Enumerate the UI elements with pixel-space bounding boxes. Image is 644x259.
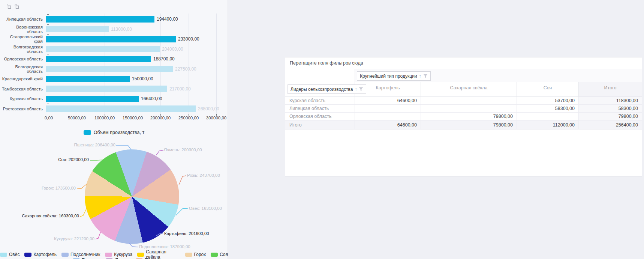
bar-category-label: Липецкая область — [0, 17, 46, 21]
legend-swatch — [0, 253, 7, 257]
pivot-cell — [421, 105, 517, 112]
bar-row[interactable]: Ростовская область 268000,00 — [0, 104, 228, 114]
dashboard: { "colors": { "page_bg": "#eff0f5", "pan… — [0, 0, 644, 259]
multi-select-icon[interactable] — [6, 4, 12, 10]
sort-ascending-icon: ↑ — [355, 87, 357, 92]
bar[interactable] — [46, 66, 173, 72]
filter-fields-drop-area[interactable]: Перетащите поля фильтров сюда — [285, 57, 642, 69]
bar-series: Липецкая область 194400,00 Воронежская о… — [0, 14, 228, 114]
legend-item: Подсолнечник — [61, 252, 100, 257]
legend-swatch — [24, 253, 31, 257]
legend-label: Пшеница — [82, 257, 101, 259]
bar-value-label: 233000,00 — [178, 36, 199, 42]
bar-row[interactable]: Волгоградская область 204000,00 — [0, 44, 228, 54]
bar-row[interactable]: Ставропольский край 233000,00 — [0, 34, 228, 44]
legend-swatch — [137, 253, 144, 257]
pie-label: Кукуруза: 221200,00 — [54, 236, 94, 241]
item-caption-toolbar — [6, 4, 20, 10]
pivot-cell: 112000,00 — [517, 120, 579, 129]
row-header[interactable]: Орловская область — [285, 113, 355, 120]
x-tick-label: 250000,00 — [178, 116, 199, 120]
row-field-chip[interactable]: Лидеры сельхозпроизводства ↑ — [288, 84, 366, 94]
bar-category-label: Курская область — [0, 96, 46, 101]
bar[interactable] — [46, 86, 167, 92]
bar[interactable] — [46, 76, 130, 82]
filter-funnel-icon[interactable] — [359, 87, 363, 91]
pivot-cell: 79800,00 — [579, 113, 642, 120]
bar-row[interactable]: Липецкая область 194400,00 — [0, 14, 228, 24]
legend-label: Овёс — [9, 252, 19, 257]
legend-label: Соя — [220, 252, 228, 257]
bar[interactable] — [46, 46, 160, 52]
pie-legend-row-2: Пшеница Ячмень Рожь — [0, 257, 228, 259]
pivot-row: Орловская область 79800,00 79800,00 — [285, 113, 642, 120]
clear-selection-icon[interactable] — [14, 4, 20, 10]
pie-label: Рожь: 243700,00 — [187, 173, 220, 178]
x-tick-label: 50000,00 — [68, 116, 86, 120]
bar-row[interactable]: Краснодарский край 150000,00 — [0, 74, 228, 84]
pie-chart[interactable] — [85, 149, 179, 244]
row-header[interactable]: Курская область — [285, 97, 355, 104]
pivot-cell — [517, 113, 579, 120]
legend-swatch — [105, 253, 112, 257]
legend-item: Кукуруза — [105, 252, 132, 257]
bar[interactable] — [46, 56, 151, 62]
legend-item: Пшеница — [73, 257, 101, 259]
row-field-label: Лидеры сельхозпроизводства — [291, 87, 353, 92]
bar-row[interactable]: Орловская область 188700,00 — [0, 54, 228, 64]
legend-swatch — [211, 253, 218, 257]
column-header[interactable]: Итого — [579, 82, 642, 96]
column-header[interactable]: Сахарная свёкла — [421, 82, 517, 96]
bar[interactable] — [46, 26, 109, 32]
charts-panel: Липецкая область 194400,00 Воронежская о… — [0, 0, 228, 259]
bar-row[interactable]: Курская область 166400,00 — [0, 94, 228, 104]
bar-chart-legend: Объем производства, т — [0, 130, 228, 135]
pivot-cell: 64600,00 — [355, 120, 421, 129]
bar[interactable] — [46, 96, 139, 102]
legend-item: Соя — [211, 252, 228, 257]
bar-category-label: Ставропольский край — [0, 35, 46, 44]
bar-value-label: 188700,00 — [153, 56, 175, 62]
row-header: Итого — [285, 120, 355, 129]
x-tick-label: 0,00 — [45, 116, 53, 120]
legend-item: Ячмень — [106, 257, 131, 259]
legend-swatch — [61, 253, 69, 257]
pie-label: Подсолнечник: 187900,00 — [139, 244, 190, 249]
bar[interactable] — [46, 105, 196, 112]
bar-value-label: 166400,00 — [141, 96, 162, 101]
x-tick-label: 200000,00 — [150, 116, 171, 120]
bar-category-label: Краснодарский край — [0, 77, 46, 81]
x-tick-label: 150000,00 — [123, 116, 143, 120]
pivot-cell: 256400,00 — [579, 120, 642, 129]
bar-value-label: 227500,00 — [175, 66, 196, 72]
legend-label: Ячмень — [115, 257, 131, 259]
bar-category-label: Ростовская область — [0, 107, 46, 111]
pie-label: Овёс: 163100,00 — [189, 206, 222, 211]
legend-label: Кукуруза — [114, 252, 132, 257]
legend-label: Подсолнечник — [70, 252, 100, 257]
column-header[interactable]: Соя — [517, 82, 579, 96]
pivot-cell: 79800,00 — [421, 120, 517, 129]
column-headers-row: Картофель Сахарная свёкла Соя Итого — [355, 82, 642, 96]
bar-row[interactable]: Белгородская область 227500,00 — [0, 64, 228, 74]
bar-category-label: Тамбовская область — [0, 87, 46, 91]
bar-row[interactable]: Тамбовская область 217000,00 — [0, 84, 228, 94]
row-header[interactable]: Липецкая область — [285, 105, 355, 112]
legend-swatch — [84, 130, 91, 135]
bar[interactable] — [46, 36, 176, 42]
legend-label: Горох — [194, 252, 206, 257]
legend-item: Рожь — [136, 257, 155, 259]
bar-value-label: 113000,00 — [111, 27, 132, 32]
column-field-chip[interactable]: Крупнейший тип продукции ↑ — [357, 71, 431, 81]
filter-funnel-icon[interactable] — [423, 74, 428, 78]
bar[interactable] — [46, 16, 154, 23]
bar-row[interactable]: Воронежская область 113000,00 — [0, 24, 228, 35]
pivot-row: Курская область 64600,00 53700,00 118300… — [285, 97, 642, 105]
pivot-grid: Перетащите поля фильтров сюда Лидеры сел… — [285, 57, 642, 176]
legend-label: Картофель — [33, 252, 57, 257]
column-fields-area: Крупнейший тип продукции ↑ Картофель Сах… — [355, 69, 642, 96]
pivot-cell — [421, 97, 517, 104]
legend-item: Овёс — [0, 252, 19, 257]
pivot-cell: 64600,00 — [355, 97, 421, 104]
legend-label: Объем производства, т — [94, 130, 144, 135]
